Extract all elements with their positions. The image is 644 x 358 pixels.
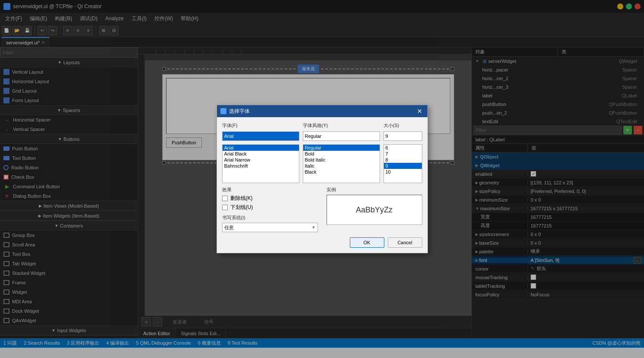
style-input[interactable]: [303, 131, 380, 141]
dialog-buttons: OK Cancel: [222, 237, 422, 248]
dialog-title-left: 选择字体: [220, 108, 250, 115]
underline-checkbox[interactable]: [222, 205, 228, 210]
dialog-close-button[interactable]: ✕: [415, 107, 424, 115]
size-column-label: 大小(S): [383, 122, 422, 129]
font-list-item-arial-narrow[interactable]: Arial Narrow: [223, 157, 299, 163]
size-list-item-6[interactable]: 6: [384, 145, 422, 151]
font-dialog: 选择字体 ✕ 字体(F) Arial Arial Black Arial Nar…: [217, 105, 428, 253]
style-column: 字体风格(Y) Regular Bold Bold Italic Italic …: [303, 122, 380, 183]
style-list-item-bold[interactable]: Bold: [303, 151, 380, 157]
font-column: 字体(F) Arial Arial Black Arial Narrow Bah…: [222, 122, 299, 183]
size-list-item-7[interactable]: 7: [384, 151, 422, 157]
dialog-title-text: 选择字体: [229, 108, 250, 115]
size-list-item-8[interactable]: 8: [384, 157, 422, 163]
strikethrough-checkbox[interactable]: [222, 196, 228, 201]
dialog-icon: [220, 108, 226, 114]
writing-system-row: 书写系统(I) 任意 ▼: [222, 215, 318, 232]
strikethrough-label: 删除线(K): [230, 195, 253, 202]
style-list-item-black[interactable]: Black: [303, 169, 380, 175]
writing-system-value: 任意: [224, 224, 312, 231]
preview-section: 实例 AaBbYyZz: [327, 187, 422, 225]
font-list[interactable]: Arial Arial Black Arial Narrow Bahnschri…: [222, 144, 299, 183]
dialog-ok-button[interactable]: OK: [350, 237, 384, 248]
effects-label: 效果: [222, 187, 318, 193]
style-list-item-italic[interactable]: Italic: [303, 163, 380, 169]
size-list-item-10[interactable]: 10: [384, 169, 422, 175]
effects-section: 效果 删除线(K) 下划线(U) 书写系统(I) 任意 ▼: [222, 187, 318, 232]
font-list-item-arial[interactable]: Arial: [223, 145, 299, 151]
size-input[interactable]: [383, 131, 422, 141]
writing-system-dropdown-icon: ▼: [312, 225, 316, 230]
writing-system-label: 书写系统(I): [222, 215, 318, 221]
underline-row: 下划线(U): [222, 204, 318, 211]
size-list-item-9[interactable]: 9: [384, 163, 422, 169]
dialog-title-bar: 选择字体 ✕: [217, 105, 427, 117]
font-preview-box: AaBbYyZz: [327, 195, 422, 225]
style-list-item-bold-italic[interactable]: Bold Italic: [303, 157, 380, 163]
font-dialog-overlay[interactable]: 选择字体 ✕ 字体(F) Arial Arial Black Arial Nar…: [0, 0, 644, 358]
effects-preview-row: 效果 删除线(K) 下划线(U) 书写系统(I) 任意 ▼: [222, 187, 422, 232]
preview-text: AaBbYyZz: [356, 205, 393, 215]
font-column-label: 字体(F): [222, 122, 299, 129]
writing-system-combo[interactable]: 任意 ▼: [222, 223, 318, 232]
style-list-item-regular[interactable]: Regular: [303, 145, 380, 151]
size-list[interactable]: 6 7 8 9 10: [383, 144, 422, 183]
preview-label: 实例: [327, 187, 422, 193]
font-list-item-arial-black[interactable]: Arial Black: [223, 151, 299, 157]
size-column: 大小(S) 6 7 8 9 10: [383, 122, 422, 183]
font-list-item-bahnschrift[interactable]: Bahnschrift: [223, 163, 299, 169]
style-column-label: 字体风格(Y): [303, 122, 380, 129]
style-list[interactable]: Regular Bold Bold Italic Italic Black: [303, 144, 380, 183]
dialog-cancel-button[interactable]: Cancel: [388, 237, 422, 248]
font-input[interactable]: [222, 131, 299, 141]
font-columns-row: 字体(F) Arial Arial Black Arial Narrow Bah…: [222, 122, 422, 183]
strikethrough-row: 删除线(K): [222, 195, 318, 202]
underline-label: 下划线(U): [230, 204, 253, 211]
dialog-body: 字体(F) Arial Arial Black Arial Narrow Bah…: [217, 117, 427, 253]
